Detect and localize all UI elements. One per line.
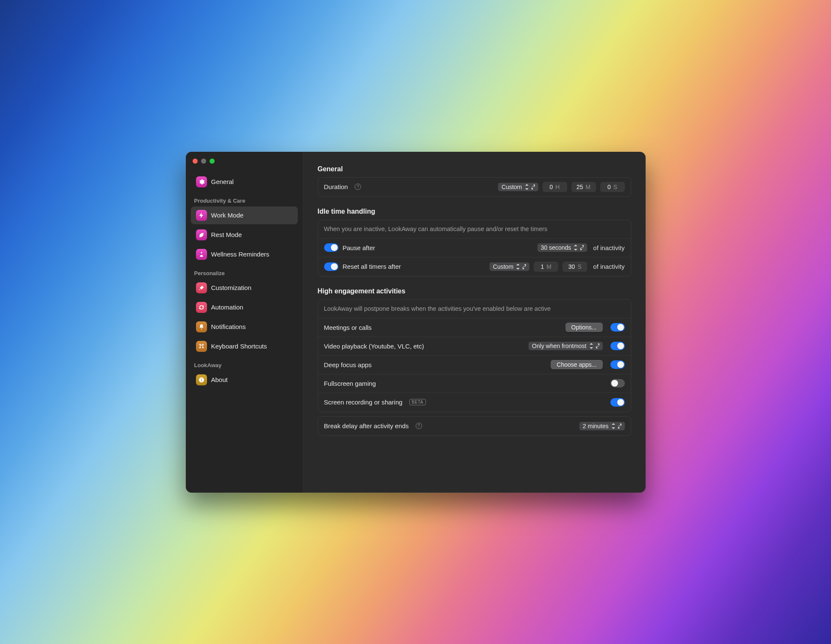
row-duration: Duration ? Custom 0 H 25 M 0 S [318, 178, 631, 196]
chevrons-icon [525, 184, 529, 190]
sidebar-item-label: Keyboard Shortcuts [211, 343, 267, 350]
section-title-idle: Idle time handling [318, 208, 631, 215]
sidebar-group-lookaway: LookAway [189, 356, 299, 370]
row-screen-recording: Screen recording or sharing BETA [318, 393, 631, 412]
break-delay-label: Break delay after activity ends [324, 422, 409, 429]
engagement-description: LookAway will postpone breaks when the a… [324, 305, 551, 312]
meditation-icon [196, 249, 207, 260]
svg-point-3 [201, 378, 202, 379]
help-icon[interactable]: ? [355, 184, 361, 190]
break-delay-select[interactable]: 2 minutes [579, 422, 625, 430]
beta-badge: BETA [409, 399, 426, 405]
sidebar-item-label: Wellness Reminders [211, 251, 269, 258]
screen-recording-toggle[interactable] [610, 398, 625, 407]
close-window-button[interactable] [193, 159, 198, 164]
select-value: Custom [493, 263, 513, 270]
row-break-delay: Break delay after activity ends ? 2 minu… [318, 417, 631, 435]
video-playback-toggle[interactable] [610, 342, 625, 350]
meetings-options-button[interactable]: Options... [565, 323, 603, 332]
main-content: General Duration ? Custom 0 H 25 M [303, 152, 646, 493]
sidebar-item-rest-mode[interactable]: Rest Mode [191, 226, 298, 244]
duration-mode-select[interactable]: Custom [498, 183, 538, 191]
field-value: 25 [576, 184, 583, 190]
row-fullscreen-gaming: Fullscreen gaming [318, 374, 631, 393]
inactivity-suffix: of inactivity [593, 263, 624, 270]
row-idle-desc: When you are inactive, LookAway can auto… [318, 220, 631, 239]
pause-after-toggle[interactable] [324, 243, 339, 252]
inactivity-suffix: of inactivity [593, 244, 624, 251]
gear-icon [196, 176, 207, 187]
sidebar-item-label: General [211, 178, 234, 185]
duration-hours-field[interactable]: 0 H [543, 182, 567, 192]
sidebar-item-label: Notifications [211, 323, 246, 330]
info-icon [196, 374, 207, 385]
field-value: 30 [568, 263, 575, 270]
fullscreen-gaming-toggle[interactable] [610, 379, 625, 388]
sidebar-group-productivity: Productivity & Care [189, 192, 299, 206]
row-meetings: Meetings or calls Options... [318, 318, 631, 337]
select-value: Custom [501, 184, 522, 190]
leaf-icon [196, 229, 207, 240]
field-unit: M [546, 263, 551, 270]
svg-point-0 [201, 252, 202, 253]
row-pause-after: Pause after 30 seconds of inactivity [318, 239, 631, 257]
command-icon [196, 341, 207, 352]
panel-idle: When you are inactive, LookAway can auto… [318, 220, 631, 276]
sidebar-item-customization[interactable]: Customization [191, 279, 298, 297]
field-unit: S [577, 263, 581, 270]
field-value: 1 [541, 263, 544, 270]
window-controls [189, 157, 299, 172]
sidebar-item-label: Rest Mode [211, 231, 242, 238]
sidebar-item-keyboard-shortcuts[interactable]: Keyboard Shortcuts [191, 337, 298, 355]
sidebar-item-notifications[interactable]: Notifications [191, 318, 298, 336]
preferences-window: General Productivity & Care Work Mode Re… [186, 152, 646, 493]
cycle-icon [196, 302, 207, 313]
section-title-general: General [318, 165, 631, 173]
reset-mode-select[interactable]: Custom [490, 262, 529, 271]
row-engage-desc: LookAway will postpone breaks when the a… [318, 300, 631, 318]
sidebar-item-automation[interactable]: Automation [191, 298, 298, 316]
duration-minutes-field[interactable]: 25 M [571, 182, 596, 192]
chevrons-icon [574, 245, 578, 251]
fullscreen-gaming-label: Fullscreen gaming [324, 380, 376, 387]
zoom-window-button[interactable] [210, 159, 215, 164]
sidebar-item-label: Work Mode [211, 212, 243, 219]
field-unit: M [585, 184, 590, 190]
reset-minutes-field[interactable]: 1 M [534, 262, 558, 272]
select-value: 2 minutes [583, 423, 609, 429]
panel-general: Duration ? Custom 0 H 25 M 0 S [318, 177, 631, 197]
reset-timers-toggle[interactable] [324, 262, 339, 271]
duration-seconds-field[interactable]: 0 S [600, 182, 625, 192]
reset-seconds-field[interactable]: 30 S [562, 262, 587, 272]
pause-after-select[interactable]: 30 seconds [537, 243, 588, 252]
minimize-window-button[interactable] [201, 159, 206, 164]
sidebar-item-about[interactable]: About [191, 371, 298, 389]
idle-description: When you are inactive, LookAway can auto… [324, 226, 548, 232]
meetings-label: Meetings or calls [324, 324, 372, 331]
panel-break-delay: Break delay after activity ends ? 2 minu… [318, 416, 631, 436]
sidebar-item-label: Automation [211, 304, 243, 311]
reset-timers-label: Reset all timers after [343, 263, 401, 270]
row-video-playback: Video playback (Youtube, VLC, etc) Only … [318, 337, 631, 356]
sidebar-item-work-mode[interactable]: Work Mode [191, 206, 298, 224]
video-playback-mode-select[interactable]: Only when frontmost [529, 342, 602, 350]
duration-label: Duration [324, 183, 348, 190]
sidebar-item-label: Customization [211, 284, 252, 291]
video-playback-label: Video playback (Youtube, VLC, etc) [324, 343, 424, 350]
sidebar-group-personalize: Personalize [189, 264, 299, 278]
help-icon[interactable]: ? [416, 423, 422, 429]
brush-icon [196, 282, 207, 293]
deep-focus-toggle[interactable] [610, 360, 625, 369]
choose-apps-button[interactable]: Choose apps... [551, 360, 602, 369]
select-value: Only when frontmost [532, 343, 586, 349]
sidebar-item-label: About [211, 376, 228, 383]
svg-rect-2 [201, 379, 201, 381]
meetings-toggle[interactable] [610, 323, 625, 332]
screen-recording-label: Screen recording or sharing [324, 399, 403, 406]
field-unit: S [613, 184, 617, 190]
panel-engagement: LookAway will postpone breaks when the a… [318, 299, 631, 412]
sidebar-item-wellness[interactable]: Wellness Reminders [191, 245, 298, 263]
section-title-engagement: High engagement activities [318, 287, 631, 295]
sidebar-item-general[interactable]: General [191, 173, 298, 191]
deep-focus-label: Deep focus apps [324, 361, 372, 368]
